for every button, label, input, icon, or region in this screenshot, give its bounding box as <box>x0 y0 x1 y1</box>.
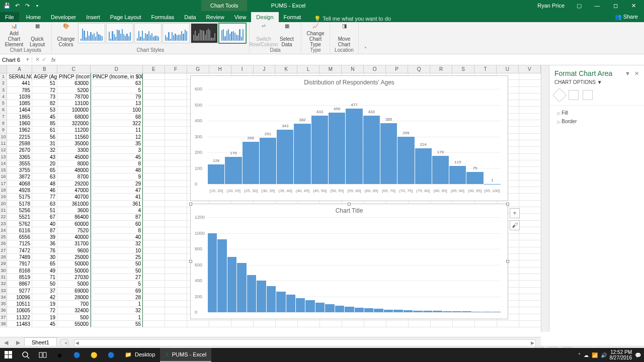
cell[interactable] <box>453 321 475 327</box>
cell[interactable] <box>143 167 165 173</box>
cell[interactable]: 48000 <box>57 167 91 173</box>
cell[interactable] <box>165 227 187 234</box>
redo-icon[interactable]: ↷ <box>23 3 31 9</box>
cell[interactable]: 86400 <box>57 214 91 220</box>
cell[interactable]: 30 <box>32 254 57 260</box>
cell[interactable]: 63000 <box>57 80 91 86</box>
cell[interactable]: 1039 <box>7 94 32 100</box>
minimize-icon[interactable]: — <box>589 0 606 11</box>
cell[interactable]: 10 <box>91 247 143 254</box>
cell[interactable] <box>165 160 187 167</box>
cell[interactable]: PINCP (Income, in $000) <box>91 73 143 80</box>
chart-bar[interactable] <box>374 309 383 312</box>
cell[interactable] <box>165 134 187 140</box>
cell[interactable]: 50 <box>91 260 143 267</box>
cell[interactable]: 27 <box>91 274 143 281</box>
chart-bar[interactable] <box>305 300 314 312</box>
cell[interactable] <box>143 254 165 260</box>
cell[interactable] <box>165 254 187 260</box>
cell[interactable]: 8519 <box>7 274 32 281</box>
cell[interactable] <box>165 187 187 194</box>
chart-bar[interactable]: 382 <box>294 124 310 184</box>
pane-subtitle[interactable]: Chart Options <box>554 79 596 85</box>
chart-bar[interactable] <box>423 311 432 312</box>
cell[interactable]: 50000 <box>57 267 91 274</box>
cell[interactable]: 32 <box>91 307 143 314</box>
column-header[interactable]: K <box>275 65 297 73</box>
cell[interactable] <box>143 321 165 327</box>
cell[interactable]: 25000 <box>57 254 91 260</box>
cell[interactable]: 73 <box>32 94 57 100</box>
cell[interactable] <box>143 127 165 133</box>
chart-bar[interactable] <box>296 298 305 312</box>
row-header[interactable]: 36 <box>0 307 7 314</box>
cell[interactable]: 31700 <box>57 240 91 247</box>
chart-bar[interactable]: 170 <box>225 157 242 184</box>
cell[interactable] <box>519 201 541 207</box>
tab-nav-next-icon[interactable]: ▶ <box>12 339 24 346</box>
chart-title[interactable]: Chart Title <box>191 204 508 217</box>
cell[interactable]: 500 <box>57 314 91 321</box>
cell[interactable]: 8700 <box>57 173 91 180</box>
cell[interactable]: 37 <box>32 288 57 294</box>
cell[interactable] <box>165 314 187 321</box>
chart-bar[interactable] <box>276 292 285 312</box>
cell[interactable]: 8168 <box>7 267 32 274</box>
cell[interactable]: 50000 <box>57 260 91 267</box>
tray-network-icon[interactable]: 📶 <box>592 352 598 358</box>
cell[interactable]: 19 <box>32 314 57 321</box>
column-header[interactable]: O <box>364 65 386 73</box>
pane-dropdown-icon[interactable]: ▼ <box>625 70 630 77</box>
cell[interactable] <box>143 120 165 127</box>
cell[interactable]: 67 <box>32 214 57 220</box>
row-header[interactable]: 8 <box>0 120 7 127</box>
cell[interactable]: 32 <box>91 240 143 247</box>
chart-bar[interactable] <box>364 308 373 312</box>
cell[interactable] <box>519 227 541 234</box>
cell[interactable] <box>519 294 541 301</box>
cell[interactable]: 441 <box>7 80 32 86</box>
cell[interactable]: 7917 <box>7 260 32 267</box>
chart-bar[interactable] <box>404 310 413 312</box>
cell[interactable] <box>519 140 541 147</box>
cell[interactable]: 2670 <box>7 147 32 153</box>
ribbon-tab-design[interactable]: Design <box>251 12 278 22</box>
chart-elements-button[interactable]: + <box>510 208 520 218</box>
cell[interactable]: 1 <box>91 301 143 307</box>
row-header[interactable]: 26 <box>0 240 7 247</box>
cell[interactable] <box>519 107 541 113</box>
cell[interactable]: 55000 <box>57 321 91 327</box>
cell[interactable] <box>143 147 165 153</box>
horizontal-scrollbar[interactable]: ◀▶ <box>74 339 536 346</box>
cell[interactable]: 32400 <box>57 307 91 314</box>
cell[interactable]: 29200 <box>57 180 91 187</box>
cell[interactable]: 43 <box>32 154 57 160</box>
chart-bar[interactable] <box>384 310 393 313</box>
chart-bar[interactable]: 299 <box>397 137 414 184</box>
cell[interactable]: 8 <box>91 227 143 234</box>
cell[interactable] <box>519 167 541 173</box>
cell[interactable]: 13 <box>91 100 143 107</box>
cell[interactable] <box>143 234 165 240</box>
tell-me-search[interactable]: 💡 Tell me what you want to do <box>314 16 391 22</box>
row-header[interactable]: 32 <box>0 281 7 287</box>
cell[interactable]: 3872 <box>7 173 32 180</box>
cell[interactable]: 3365 <box>7 154 32 160</box>
cell[interactable]: 1464 <box>7 107 32 113</box>
taskbar-app-chrome[interactable]: 🔵 <box>68 348 86 362</box>
maximize-icon[interactable]: ◻ <box>607 0 624 11</box>
share-button[interactable]: 👥 Share <box>609 12 644 22</box>
ribbon-tab-page-layout[interactable]: Page Layout <box>105 12 146 22</box>
cell[interactable]: 42 <box>32 294 57 301</box>
pane-item-border[interactable]: Border <box>549 117 644 126</box>
cell[interactable] <box>475 321 497 327</box>
confirm-formula-icon[interactable]: ✓ <box>42 56 46 63</box>
cell[interactable]: 7520 <box>57 227 91 234</box>
row-header[interactable]: 37 <box>0 314 7 321</box>
cell[interactable]: 78700 <box>57 94 91 100</box>
cell[interactable]: 40700 <box>57 194 91 200</box>
cell[interactable] <box>143 87 165 94</box>
row-header[interactable]: 11 <box>0 140 7 147</box>
cell[interactable] <box>519 207 541 214</box>
tray-clock[interactable]: 12:52 PM8/27/2016 <box>610 349 632 360</box>
